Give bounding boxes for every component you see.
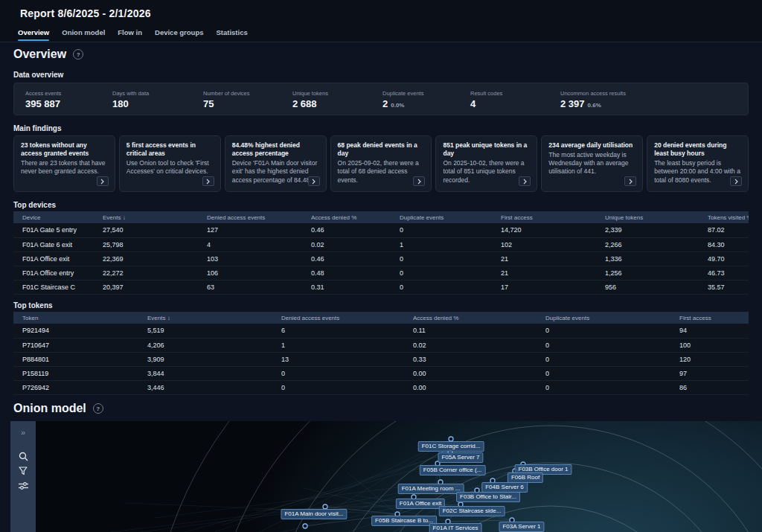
sliders-icon[interactable]	[16, 478, 31, 493]
tab-overview[interactable]: Overview	[18, 28, 49, 41]
top-tokens-label: Top tokens	[13, 301, 53, 310]
onion-model-heading-row: Onion model ?	[13, 402, 103, 415]
chevron-right-icon[interactable]	[202, 176, 214, 186]
column-header[interactable]: Denied access events	[281, 312, 413, 324]
chevron-right-icon[interactable]	[97, 176, 109, 186]
data-overview-label: Data overview	[13, 71, 63, 79]
column-header[interactable]: Duplicate events	[400, 211, 501, 223]
table-row[interactable]: F01A Gate 6 exit25,79840.0211022,26684.3…	[13, 237, 749, 251]
table-row[interactable]: F01A Gate 5 entry27,5401270.46014,7202,3…	[13, 223, 749, 237]
column-header[interactable]: Token	[13, 312, 147, 324]
tab-bar: Overview Onion model Flow in Device grou…	[18, 28, 248, 41]
table-header-row: Token Events ↓ Denied access events Acce…	[13, 312, 749, 324]
onion-node-label[interactable]: F05B Staircase B to...	[371, 516, 437, 526]
onion-node-label[interactable]: F06B Roof	[508, 472, 543, 483]
table-row[interactable]: P7106474,20610.020100	[13, 338, 749, 352]
onion-model-visualization: »	[10, 421, 762, 532]
chevron-right-icon[interactable]	[413, 176, 425, 186]
onion-node-label[interactable]: F01A Main door visit...	[281, 509, 347, 519]
stat-result-codes: Result codes 4	[470, 90, 560, 109]
finding-card[interactable]: 234 average daily utilisation The most a…	[541, 135, 643, 192]
finding-card[interactable]: 84.48% highest denied access percentage …	[225, 135, 327, 192]
column-header[interactable]: Denied access events	[207, 211, 311, 223]
column-header[interactable]: Unique tokens	[605, 211, 708, 223]
finding-card[interactable]: 23 tokens without any access granted eve…	[13, 135, 115, 192]
search-icon[interactable]	[16, 449, 31, 464]
top-devices-label: Top devices	[13, 201, 56, 209]
onion-node-label[interactable]: F05A Server 7	[438, 452, 483, 463]
tab-statistics[interactable]: Statistics	[217, 28, 248, 41]
column-header-sorted[interactable]: Events ↓	[147, 312, 281, 324]
table-row[interactable]: P1581193,84400.00097	[13, 366, 749, 380]
onion-node-label[interactable]: F01A Office exit	[396, 499, 445, 509]
stat-access-events: Access events 395 887	[25, 90, 112, 109]
onion-node-label[interactable]: F02C Staircase side...	[439, 506, 505, 516]
onion-toolbar: »	[10, 421, 36, 532]
overview-heading: Overview	[13, 48, 66, 61]
column-header[interactable]: Tokens visited %	[708, 211, 749, 223]
overview-heading-row: Overview ?	[13, 48, 83, 61]
chevron-right-icon[interactable]	[624, 176, 636, 186]
help-icon[interactable]: ?	[73, 49, 83, 60]
table-header-row: Device Events ↓ Denied access events Acc…	[13, 211, 749, 223]
onion-node-label[interactable]: F05B Corner office (...	[420, 465, 486, 475]
column-header[interactable]: Duplicate events	[545, 312, 679, 324]
table-row[interactable]: P9214945,51960.11094	[13, 324, 749, 338]
column-header[interactable]: Device	[13, 211, 103, 223]
column-header[interactable]: First access	[501, 211, 605, 223]
main-findings-cards: 23 tokens without any access granted eve…	[13, 135, 749, 192]
main-findings-label: Main findings	[13, 124, 61, 132]
top-tokens-table: Token Events ↓ Denied access events Acce…	[13, 312, 749, 395]
stat-uncommon-percent: 0.6%	[588, 102, 601, 109]
chevron-right-icon[interactable]	[519, 176, 531, 186]
finding-card[interactable]: 851 peak unique tokens in a day On 2025-…	[435, 135, 537, 192]
top-devices-table: Device Events ↓ Denied access events Acc…	[13, 211, 749, 295]
onion-model-heading: Onion model	[13, 402, 86, 415]
stat-unique-tokens: Unique tokens 2 688	[292, 90, 382, 109]
stat-days-with-data: Days with data 180	[112, 90, 203, 109]
chevrons-right-icon[interactable]: »	[21, 429, 25, 437]
finding-card[interactable]: 5 first access events in critical areas …	[119, 135, 221, 192]
tab-onion-model[interactable]: Onion model	[62, 28, 105, 41]
finding-card[interactable]: 20 denied events during least busy hours…	[647, 135, 749, 192]
stat-uncommon-access-results: Uncommon access results 2 3970.6%	[560, 90, 626, 109]
help-icon[interactable]: ?	[93, 403, 103, 414]
table-row[interactable]: P7269423,44600.00086	[13, 380, 749, 394]
chevron-right-icon[interactable]	[730, 176, 742, 186]
top-header-band: Report 8/6/2025 - 2/1/2026 Overview Onio…	[0, 0, 762, 42]
column-header[interactable]: Access denied %	[413, 312, 545, 324]
onion-node-label[interactable]: F04B Server 6	[481, 482, 528, 493]
onion-canvas[interactable]: F01C Storage corrid... F05A Server 7 F05…	[36, 421, 762, 532]
table-row[interactable]: F01A Office exit22,3691030.460211,33649.…	[13, 251, 749, 266]
tab-device-groups[interactable]: Device groups	[155, 28, 203, 41]
table-row[interactable]: F01A Office entry22,2721060.480211,25646…	[13, 266, 749, 280]
data-overview-panel: Access events 395 887 Days with data 180…	[13, 83, 749, 115]
column-header[interactable]: First access	[679, 312, 749, 324]
onion-node-label[interactable]: F03A Server 1	[499, 522, 544, 532]
tab-flow-in[interactable]: Flow in	[118, 28, 142, 41]
column-header[interactable]: Access denied %	[311, 211, 400, 223]
onion-node-label[interactable]: F01A IT Services	[429, 523, 482, 532]
onion-node-label[interactable]: F01C Storage corrid...	[418, 441, 484, 452]
onion-node-label[interactable]: F01A Meeting room ...	[398, 484, 464, 494]
onion-node-label[interactable]: F03B Office to Stair...	[456, 492, 520, 502]
finding-card[interactable]: 68 peak denied events in a day On 2025-0…	[330, 135, 432, 192]
table-row[interactable]: P8848013,909130.330120	[13, 352, 749, 366]
stat-duplicate-percent: 0.0%	[391, 102, 404, 109]
column-header-sorted[interactable]: Events ↓	[103, 211, 207, 223]
chevron-right-icon[interactable]	[308, 176, 320, 186]
report-title: Report 8/6/2025 - 2/1/2026	[20, 7, 151, 19]
filter-icon[interactable]	[16, 464, 31, 478]
stat-duplicate-events: Duplicate events 20.0%	[382, 90, 470, 109]
table-row[interactable]: F01C Staircase C20,397630.3101795635.57	[13, 280, 749, 294]
stat-number-of-devices: Number of devices 75	[203, 90, 292, 109]
